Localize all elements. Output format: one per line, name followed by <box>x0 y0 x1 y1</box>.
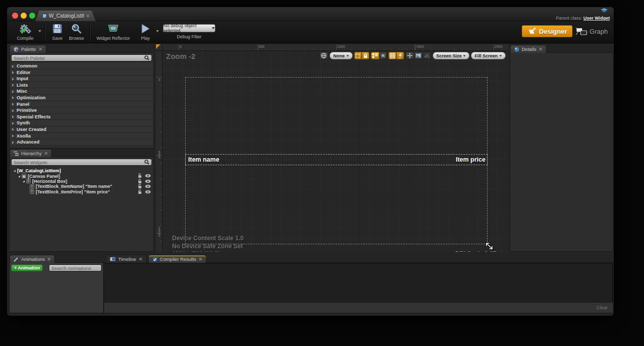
tree-row-canvas-panel[interactable]: ▣ [Canvas Panel] <box>11 173 152 178</box>
compile-gears-icon <box>19 24 32 35</box>
palette-category[interactable]: Optimization <box>10 95 153 101</box>
lock-widgets-toggle[interactable] <box>362 52 369 59</box>
macos-close-button[interactable] <box>12 13 18 19</box>
hierarchy-search[interactable] <box>11 159 152 166</box>
palette-category[interactable]: Panel <box>10 101 153 108</box>
dropdown-caret-icon <box>463 55 466 56</box>
tree-row-textblock-itemname[interactable]: T [TextBlock_ItemName] "Item name" <box>11 184 152 189</box>
item-name-textblock[interactable]: Item name <box>188 156 219 163</box>
close-panel-icon[interactable] <box>139 257 142 261</box>
designer-canvas[interactable]: 0 500 1000 1500 2000 0 500 1000 Zoom -2 <box>156 44 509 252</box>
document-tab[interactable]: W_CatalogListItem <box>35 11 96 21</box>
flow-direction-dropdown[interactable]: None <box>330 52 353 59</box>
browse-button[interactable]: Browse <box>66 23 87 42</box>
tree-row-root[interactable]: [W_CatalogListItem] <box>11 168 152 173</box>
designer-mode-button[interactable]: Designer <box>522 25 573 37</box>
palette-category[interactable]: Lists <box>10 82 153 89</box>
hierarchy-search-input[interactable] <box>12 160 144 165</box>
compiler-results-icon <box>152 257 157 262</box>
preview-background-button[interactable] <box>414 52 423 59</box>
expander-icon[interactable] <box>12 170 16 172</box>
grid-snap-size-dropdown[interactable]: 4 <box>396 52 404 59</box>
item-price-textblock[interactable]: Item price <box>456 156 486 163</box>
widget-reflector-button[interactable]: Widget Reflector <box>94 23 133 42</box>
unlocked-icon[interactable] <box>138 184 142 189</box>
parent-class-label: Parent class: User Widget <box>556 16 610 21</box>
palette-category[interactable]: Xsolla <box>10 133 153 140</box>
tab-animations[interactable]: Animations <box>10 255 55 263</box>
unlocked-icon[interactable] <box>138 179 142 184</box>
fill-screen-dropdown[interactable]: Fill Screen <box>471 52 506 59</box>
visibility-eye-icon[interactable] <box>145 174 151 178</box>
tab-details[interactable]: Details <box>510 45 546 53</box>
grid-snap-toggle[interactable] <box>388 52 396 59</box>
compiler-results-log[interactable] <box>105 263 613 303</box>
animations-panel: Animations + Animation <box>9 262 104 313</box>
visibility-eye-icon[interactable] <box>145 184 151 188</box>
debug-object-dropdown[interactable]: No debug object selected <box>163 24 215 32</box>
horizontal-ruler: 0 500 1000 1500 2000 <box>163 44 509 51</box>
add-animation-button[interactable]: + Animation <box>11 264 43 271</box>
macos-minimize-button[interactable] <box>21 13 27 19</box>
horizontal-box-icon: ⠿ <box>26 179 31 183</box>
compile-options-caret-icon[interactable] <box>38 30 41 32</box>
save-button[interactable]: Save <box>49 23 65 42</box>
palette-category[interactable]: Misc <box>10 88 153 95</box>
tree-row-horizontal-box[interactable]: ⠿ [Horizontal Box] <box>11 179 152 184</box>
expander-icon[interactable] <box>21 180 25 182</box>
mirror-preview-button[interactable] <box>423 52 431 59</box>
close-panel-icon[interactable] <box>539 47 542 51</box>
close-panel-icon[interactable] <box>199 257 202 261</box>
localization-preview-button[interactable] <box>319 52 328 59</box>
canvas-toolbar: None <box>319 52 506 59</box>
palette-search-input[interactable] <box>12 55 144 61</box>
unlocked-icon[interactable] <box>138 189 142 194</box>
palette-category[interactable]: Special Effects <box>10 114 153 120</box>
transform-mode-button[interactable] <box>406 52 414 59</box>
screen-size-dropdown[interactable]: Screen Size <box>433 52 470 59</box>
tab-palette[interactable]: Palette <box>10 45 46 53</box>
palette-category[interactable]: Common <box>10 63 153 70</box>
palette-category[interactable]: Input <box>10 76 153 82</box>
play-options-caret-icon[interactable] <box>156 30 159 32</box>
widget-reflector-icon <box>106 24 120 34</box>
palette-category-list: Common Editor Input Lists Misc Optimizat… <box>10 63 153 146</box>
graph-mode-button[interactable]: Graph <box>574 25 610 37</box>
palette-category[interactable]: Primitive <box>10 107 153 114</box>
tab-hierarchy[interactable]: Hierarchy <box>10 149 52 157</box>
visibility-eye-icon[interactable] <box>145 179 151 183</box>
tab-timeline[interactable]: Timeline <box>106 255 146 263</box>
search-icon <box>144 55 149 60</box>
palette-category[interactable]: Advanced <box>10 139 153 146</box>
play-button[interactable]: Play <box>137 23 154 42</box>
design-viewport[interactable]: Zoom -2 None <box>163 51 509 252</box>
alignment-toggle[interactable] <box>371 52 379 59</box>
tree-row-textblock-itemprice[interactable]: T [TextBlock_ItemPrice] "Item price" <box>11 189 152 194</box>
macos-zoom-button[interactable] <box>29 13 35 19</box>
visibility-eye-icon[interactable] <box>145 190 151 194</box>
device-info-overlay: Device Content Scale 1.0 No Device Safe … <box>172 235 244 252</box>
palette-search[interactable] <box>11 54 152 61</box>
designer-icon <box>527 28 536 35</box>
close-tab-icon[interactable] <box>86 14 90 18</box>
expander-icon[interactable] <box>16 175 20 177</box>
parent-class-link[interactable]: User Widget <box>584 16 610 21</box>
palette-category[interactable]: Editor <box>10 70 153 76</box>
clear-button[interactable]: Clear <box>596 305 608 310</box>
close-panel-icon[interactable] <box>39 47 42 51</box>
dpi-settings-gear-icon[interactable]: ⚙ <box>498 250 504 252</box>
show-outlines-toggle[interactable] <box>354 52 362 59</box>
compile-button[interactable]: Compile <box>12 23 38 42</box>
main-toolbar: Compile Save Browse <box>7 21 614 43</box>
palette-category[interactable]: User Created <box>10 126 153 133</box>
close-panel-icon[interactable] <box>44 152 48 155</box>
animations-search[interactable] <box>49 264 102 271</box>
unlocked-icon[interactable] <box>138 173 142 178</box>
ruler-corner <box>156 44 163 51</box>
widget-blueprint-icon <box>42 13 47 19</box>
tab-compiler-results[interactable]: Compiler Results <box>148 255 206 263</box>
respect-locks-toggle[interactable]: R <box>379 52 387 59</box>
palette-category[interactable]: Synth <box>10 120 153 126</box>
horizontal-box-outline[interactable]: Item name Item price <box>185 154 488 165</box>
close-panel-icon[interactable] <box>47 257 51 261</box>
